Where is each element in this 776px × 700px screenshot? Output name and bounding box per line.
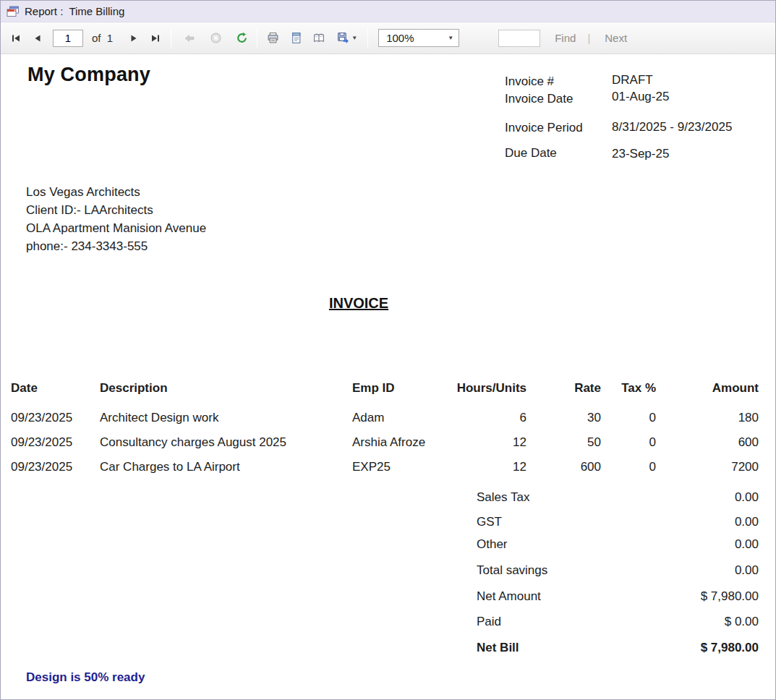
previous-page-icon <box>32 33 43 44</box>
invoice-number-label: Invoice # <box>505 74 554 89</box>
last-page-icon <box>150 33 161 44</box>
refresh-icon <box>236 32 248 44</box>
client-info: Los Vegas Architects Client ID:- LAArchi… <box>26 183 206 255</box>
report-page: My Company Invoice # DRAFT Invoice Date … <box>1 54 775 700</box>
invoice-period-label: Invoice Period <box>505 121 583 135</box>
last-page-button[interactable] <box>145 27 166 49</box>
toolbar-separator <box>257 28 257 48</box>
page-setup-icon <box>312 32 325 44</box>
cell-date: 09/23/2025 <box>11 435 100 450</box>
summary-label: Other <box>477 537 508 552</box>
export-button[interactable]: ▼ <box>331 27 363 49</box>
print-layout-button[interactable] <box>285 27 307 49</box>
cell-emp-id: Arshia Afroze <box>352 435 449 450</box>
export-icon <box>337 32 349 44</box>
previous-page-button[interactable] <box>27 27 48 49</box>
col-header-hours-units: Hours/Units <box>449 381 526 396</box>
summary-value: 0.00 <box>735 537 759 552</box>
app-icon <box>7 6 20 17</box>
title-bar: Report : Time Billing <box>1 1 775 22</box>
summary-value: 0.00 <box>735 490 759 505</box>
cell-rate: 30 <box>526 411 601 425</box>
window-title: Report : Time Billing <box>25 5 124 17</box>
summary-row-net-amount: Net Amount $ 7,980.00 <box>477 589 759 604</box>
refresh-button[interactable] <box>231 27 252 49</box>
summary-value: $ 7,980.00 <box>701 641 759 655</box>
cell-amount: 180 <box>656 411 759 425</box>
next-page-button[interactable] <box>123 27 145 49</box>
toolbar-separator <box>367 28 368 48</box>
cell-emp-id: EXP25 <box>352 460 449 474</box>
cell-hours: 12 <box>449 435 526 450</box>
summary-label: Sales Tax <box>477 490 529 505</box>
back-arrow-icon <box>184 33 195 44</box>
summary-label: Net Amount <box>477 589 541 604</box>
report-viewer-window: Report : Time Billing of 1 <box>0 0 776 700</box>
summary-label: GST <box>477 515 502 529</box>
client-address: OLA Apartment Manision Avenue <box>26 219 206 237</box>
col-header-description: Description <box>100 381 352 396</box>
summary-row-net-bill: Net Bill $ 7,980.00 <box>477 641 759 655</box>
cell-amount: 600 <box>656 435 759 450</box>
client-phone: phone:- 234-3343-555 <box>26 237 206 255</box>
invoice-period-value: 8/31/2025 - 9/23/2025 <box>612 120 732 135</box>
summary-value: 0.00 <box>735 563 759 578</box>
report-toolbar: of 1 <box>1 22 775 54</box>
find-next-link[interactable]: Next <box>605 32 627 44</box>
table-row: 09/23/2025 Consultancy charges August 20… <box>11 435 759 450</box>
summary-value: 0.00 <box>735 515 759 529</box>
invoice-date-value: 01-Aug-25 <box>612 90 669 104</box>
design-status-note: Design is 50% ready <box>26 670 145 685</box>
table-header-row: Date Description Emp ID Hours/Units Rate… <box>11 381 759 396</box>
first-page-button[interactable] <box>5 27 27 49</box>
summary-label: Net Bill <box>477 641 519 655</box>
company-name: My Company <box>27 64 150 86</box>
col-header-rate: Rate <box>526 381 601 396</box>
invoice-number-value: DRAFT <box>612 73 653 88</box>
find-link[interactable]: Find <box>555 32 576 44</box>
col-header-amount: Amount <box>656 381 759 396</box>
back-to-parent-button[interactable] <box>179 27 200 49</box>
cell-tax: 0 <box>601 435 656 450</box>
cell-rate: 50 <box>526 435 601 450</box>
summary-value: $ 7,980.00 <box>701 589 759 604</box>
summary-row-total-savings: Total savings 0.00 <box>477 563 759 578</box>
page-number-input[interactable] <box>53 30 83 47</box>
print-button[interactable] <box>262 27 283 49</box>
print-layout-icon <box>290 32 302 44</box>
zoom-select[interactable]: 100% ▼ <box>378 29 459 47</box>
page-setup-button[interactable] <box>308 27 330 49</box>
dropdown-caret-icon: ▼ <box>351 35 357 41</box>
cell-hours: 6 <box>449 411 526 425</box>
find-next-separator: | <box>587 32 590 44</box>
due-date-label: Due Date <box>505 146 557 161</box>
invoice-heading: INVOICE <box>1 295 717 312</box>
col-header-emp-id: Emp ID <box>352 381 449 396</box>
summary-value: $ 0.00 <box>725 615 759 629</box>
cell-description: Architect Design work <box>100 411 352 425</box>
summary-row-sales-tax: Sales Tax 0.00 <box>477 490 759 505</box>
summary-label: Total savings <box>477 563 547 578</box>
col-header-date: Date <box>11 381 100 396</box>
cell-tax: 0 <box>601 411 656 425</box>
cell-date: 09/23/2025 <box>11 411 100 425</box>
cell-emp-id: Adam <box>352 411 449 425</box>
due-date-value: 23-Sep-25 <box>612 147 669 161</box>
summary-row-gst: GST 0.00 <box>477 515 759 529</box>
next-page-icon <box>128 33 140 44</box>
stop-rendering-button[interactable] <box>205 27 226 49</box>
client-id: Client ID:- LAArchitects <box>26 201 206 219</box>
page-count-label: of 1 <box>92 32 113 44</box>
find-input[interactable] <box>498 30 540 47</box>
table-row: 09/23/2025 Car Charges to LA Airport EXP… <box>11 460 759 474</box>
cell-description: Car Charges to LA Airport <box>100 460 352 474</box>
table-row: 09/23/2025 Architect Design work Adam 6 … <box>11 411 759 425</box>
col-header-tax: Tax % <box>601 381 656 396</box>
cell-tax: 0 <box>601 460 656 474</box>
cell-date: 09/23/2025 <box>11 460 100 474</box>
toolbar-separator <box>171 28 171 48</box>
cell-amount: 7200 <box>656 460 759 474</box>
stop-icon <box>210 32 222 44</box>
summary-row-other: Other 0.00 <box>477 537 759 552</box>
print-icon <box>267 32 279 44</box>
